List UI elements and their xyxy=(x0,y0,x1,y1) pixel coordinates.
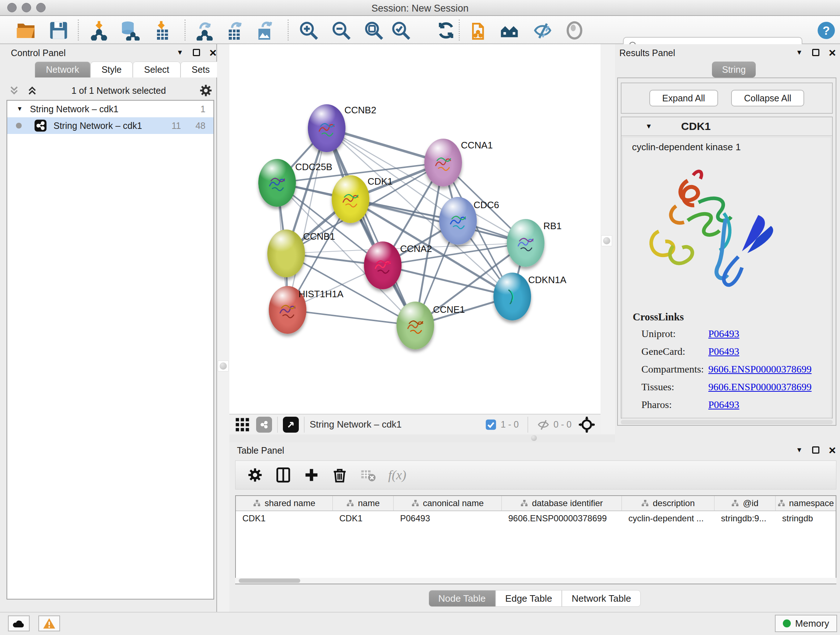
home-icon[interactable] xyxy=(499,20,519,41)
column-header-shared-name[interactable]: shared name xyxy=(236,496,333,510)
collapse-panel-icon[interactable]: ▼ xyxy=(796,49,803,57)
network-share-view-icon[interactable] xyxy=(256,417,272,432)
collapse-all-button[interactable]: Collapse All xyxy=(731,90,805,106)
table-row[interactable]: CDK1 CDK1 P06493 9606.ENSP00000378699 cy… xyxy=(236,511,836,526)
import-table-file-icon[interactable] xyxy=(152,20,172,41)
show-details-icon[interactable] xyxy=(564,20,584,41)
zoom-fit-icon[interactable] xyxy=(363,20,384,41)
tab-edge-table[interactable]: Edge Table xyxy=(496,590,562,607)
column-type-icon xyxy=(731,499,739,507)
table-tabs: Node Table Edge Table Network Table xyxy=(229,590,840,607)
genecard-link[interactable]: P06493 xyxy=(708,346,739,357)
column-type-icon xyxy=(641,499,649,507)
network-node-cdc6[interactable] xyxy=(439,197,477,245)
network-node-ccne1[interactable] xyxy=(396,302,434,349)
column-header-name[interactable]: name xyxy=(333,496,393,510)
network-node-rb1[interactable] xyxy=(507,219,545,267)
close-panel-icon[interactable]: × xyxy=(829,447,836,454)
grid-view-icon[interactable] xyxy=(234,417,250,432)
save-session-icon[interactable] xyxy=(49,20,69,41)
apply-function-icon[interactable]: f(x) xyxy=(388,467,406,483)
node-table[interactable]: shared name name canonical name database… xyxy=(235,495,836,584)
scrollbar-thumb[interactable] xyxy=(239,578,300,583)
splitter-handle-icon[interactable] xyxy=(603,237,610,244)
network-node-ccnb2[interactable] xyxy=(308,104,346,152)
show-columns-icon[interactable] xyxy=(275,467,291,483)
tissues-link[interactable]: 9606.ENSP00000378699 xyxy=(708,381,812,393)
collapse-panel-icon[interactable]: ▼ xyxy=(177,49,183,57)
tab-node-table[interactable]: Node Table xyxy=(429,590,496,607)
open-session-icon[interactable] xyxy=(16,20,36,41)
network-row[interactable]: String Network – cdk1 11 48 xyxy=(7,117,213,134)
hidden-eye-slash-icon[interactable] xyxy=(537,418,550,431)
expand-all-button[interactable]: Expand All xyxy=(649,90,718,106)
network-node-cdk1[interactable] xyxy=(332,175,369,223)
results-scrollbar[interactable] xyxy=(621,420,833,424)
fit-selected-crosshair-icon[interactable] xyxy=(578,416,595,433)
network-node-cdc25b[interactable] xyxy=(258,159,296,207)
zoom-in-icon[interactable] xyxy=(298,20,319,41)
warnings-button[interactable] xyxy=(38,616,60,631)
column-header-namespace[interactable]: namespace xyxy=(775,496,836,510)
memory-button[interactable]: Memory xyxy=(775,615,837,632)
delete-table-icon[interactable] xyxy=(360,467,376,483)
zoom-selected-icon[interactable] xyxy=(391,20,411,41)
create-column-plus-icon[interactable] xyxy=(303,467,319,483)
tab-network-table[interactable]: Network Table xyxy=(562,590,641,607)
network-node-cdkn1a[interactable] xyxy=(493,272,531,320)
float-panel-icon[interactable] xyxy=(812,49,819,56)
collapse-all-networks-icon[interactable] xyxy=(8,84,20,97)
network-options-gear-icon[interactable] xyxy=(199,84,213,97)
network-from-file-icon[interactable] xyxy=(470,20,490,41)
zoom-out-icon[interactable] xyxy=(331,20,351,41)
help-icon[interactable]: ? xyxy=(817,21,836,40)
table-horizontal-scrollbar[interactable] xyxy=(235,578,836,584)
network-collection-row[interactable]: ▼ String Network – cdk1 1 xyxy=(7,101,213,117)
expand-all-networks-icon[interactable] xyxy=(26,84,38,97)
export-table-icon[interactable] xyxy=(225,20,246,41)
cloud-button[interactable] xyxy=(8,616,30,631)
birds-eye-view-icon[interactable] xyxy=(283,417,299,432)
table-settings-gear-icon[interactable] xyxy=(247,467,263,483)
pharos-link[interactable]: P06493 xyxy=(708,399,739,410)
float-panel-icon[interactable] xyxy=(812,447,819,454)
node-label-cdc25b: CDC25B xyxy=(295,162,332,173)
tab-network[interactable]: Network xyxy=(35,62,90,78)
column-header-id[interactable]: @id xyxy=(714,496,775,510)
import-network-file-icon[interactable] xyxy=(90,20,110,41)
column-header-database-identifier[interactable]: database identifier xyxy=(502,496,622,510)
cell-id: stringdb:9... xyxy=(714,511,775,526)
hide-details-icon[interactable] xyxy=(532,20,553,41)
network-edge-count: 48 xyxy=(195,120,205,131)
tab-string[interactable]: String xyxy=(712,62,756,78)
network-node-ccnb1[interactable] xyxy=(267,230,305,277)
collapse-panel-icon[interactable]: ▼ xyxy=(796,446,803,454)
column-type-icon xyxy=(346,499,354,507)
delete-column-trash-icon[interactable] xyxy=(332,467,347,483)
column-header-canonical-name[interactable]: canonical name xyxy=(393,496,502,510)
splitter-handle-icon[interactable] xyxy=(531,435,537,441)
tab-sets[interactable]: Sets xyxy=(180,62,221,78)
close-panel-icon[interactable]: × xyxy=(829,49,836,56)
import-network-database-icon[interactable] xyxy=(119,20,140,41)
float-panel-icon[interactable] xyxy=(193,49,200,56)
export-image-icon[interactable] xyxy=(255,20,275,41)
export-network-icon[interactable] xyxy=(195,20,216,41)
left-splitter[interactable] xyxy=(217,44,229,612)
view-indicator-dot-icon xyxy=(16,123,22,128)
tree-expander-icon[interactable]: ▼ xyxy=(17,105,23,112)
tab-select[interactable]: Select xyxy=(133,62,180,78)
compartments-link[interactable]: 9606.ENSP00000378699 xyxy=(708,363,812,375)
section-expander-icon[interactable]: ▼ xyxy=(645,122,652,130)
close-panel-icon[interactable]: × xyxy=(210,49,217,56)
gene-section-header[interactable]: ▼ CDK1 xyxy=(622,117,832,136)
network-node-ccna1[interactable] xyxy=(424,139,462,187)
refresh-view-icon[interactable] xyxy=(436,20,456,41)
network-node-ccna2[interactable] xyxy=(364,241,401,289)
tab-style[interactable]: Style xyxy=(90,62,133,78)
uniprot-link[interactable]: P06493 xyxy=(708,328,739,340)
selected-checkbox-icon[interactable] xyxy=(485,418,497,431)
network-canvas[interactable]: CCNB2 CCNA1 CDC25B CDK1 CDC6 RB1 CCNB1 C… xyxy=(229,44,600,414)
column-header-description[interactable]: description xyxy=(622,496,714,510)
splitter-handle-icon[interactable] xyxy=(219,363,227,370)
